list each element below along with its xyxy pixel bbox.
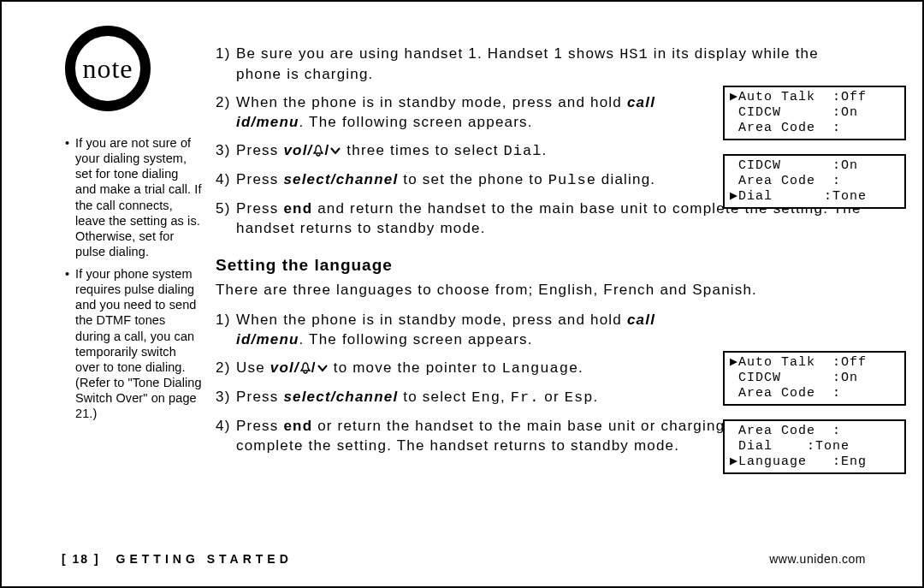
key-label: vol/ xyxy=(283,142,312,158)
step-text: Press vol// three times to select Dial. xyxy=(236,141,690,162)
step-number: 3) xyxy=(216,141,236,162)
key-label: select/channel xyxy=(283,171,398,187)
sidebar-item: • If you are not sure of your dialing sy… xyxy=(65,135,202,259)
step-text: Be sure you are using handset 1. Handset… xyxy=(236,45,874,85)
page-number: [ 18 ] xyxy=(62,552,100,566)
section-intro: There are three languages to choose from… xyxy=(216,281,874,300)
section-heading: Setting the language xyxy=(216,254,874,276)
step-number: 2) xyxy=(216,359,236,379)
key-label: select/channel xyxy=(283,389,398,405)
lcd-term: Esp xyxy=(565,389,594,406)
lcd-screen: CIDCW :On Area Code : ▶Dial :Tone xyxy=(723,154,906,209)
footer-section: GETTING STARTED xyxy=(116,552,293,566)
sidebar-text: If you are not sure of your dialing syst… xyxy=(75,135,202,259)
step: 1) Be sure you are using handset 1. Hand… xyxy=(216,45,874,85)
chevron-down-icon xyxy=(317,359,329,376)
step: 1) When the phone is in standby mode, pr… xyxy=(216,311,874,350)
bullet-icon: • xyxy=(65,135,75,259)
sidebar-item: • If your phone system requires pulse di… xyxy=(65,266,202,421)
lcd-term: Fr. xyxy=(511,389,540,406)
step-number: 3) xyxy=(216,388,236,408)
step-number: 2) xyxy=(216,93,236,133)
key-label: vol/ xyxy=(270,359,299,376)
bell-up-icon xyxy=(299,359,311,376)
step-number: 1) xyxy=(216,45,236,85)
bullet-icon: • xyxy=(65,266,75,421)
step-number: 4) xyxy=(216,170,236,191)
lcd-screen: ▶Auto Talk :Off CIDCW :On Area Code : xyxy=(723,86,906,140)
step-number: 5) xyxy=(216,199,236,239)
step-number: 1) xyxy=(216,311,236,350)
page-footer: [ 18 ] GETTING STARTED www.uniden.com xyxy=(62,552,866,566)
step-text: When the phone is in standby mode, press… xyxy=(236,311,690,350)
bell-up-icon xyxy=(312,142,324,158)
lcd-term: Dial xyxy=(504,143,542,159)
lcd-screen: ▶Auto Talk :Off CIDCW :On Area Code : xyxy=(723,351,906,406)
key-label: end xyxy=(283,200,312,217)
step-text: Use vol// to move the pointer to Languag… xyxy=(236,359,690,379)
note-badge: note xyxy=(65,26,151,111)
lcd-term: HS1 xyxy=(619,46,649,62)
step-text: When the phone is in standby mode, press… xyxy=(236,93,690,133)
chevron-down-icon xyxy=(329,142,341,158)
lcd-term: Pulse xyxy=(548,172,596,188)
lcd-screen: Area Code : Dial :Tone ▶Language :Eng xyxy=(723,419,906,474)
sidebar-notes: • If you are not sure of your dialing sy… xyxy=(65,135,202,428)
lcd-term: Eng xyxy=(471,389,500,406)
sidebar-text: If your phone system requires pulse dial… xyxy=(75,266,202,421)
lcd-term: Language xyxy=(501,360,578,377)
step-text: Press select/channel to select Eng, Fr. … xyxy=(236,388,690,408)
key-label: end xyxy=(283,418,312,434)
step-number: 4) xyxy=(216,417,236,456)
footer-url: www.uniden.com xyxy=(769,552,866,566)
footer-left: [ 18 ] GETTING STARTED xyxy=(62,552,293,566)
note-label: note xyxy=(82,53,133,85)
